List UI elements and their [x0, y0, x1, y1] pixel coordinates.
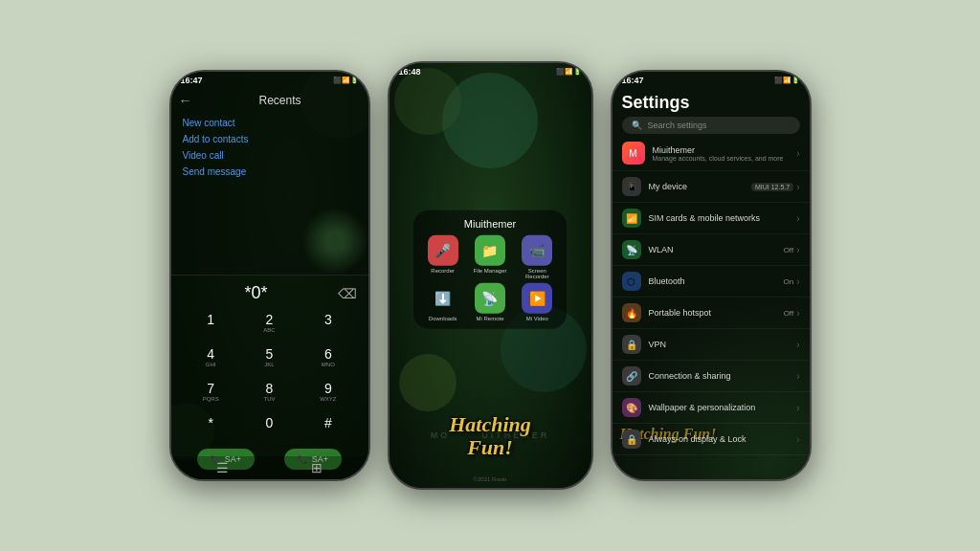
settings-always-on[interactable]: 🔒 Always-on display & Lock ›	[612, 424, 810, 455]
miuithemer-icon: M	[622, 142, 645, 165]
search-icon: 🔍	[632, 121, 642, 130]
time-left: 16:47	[181, 76, 203, 85]
wallpaper-icon: 🎨	[622, 398, 641, 417]
dial-star[interactable]: *	[183, 410, 239, 443]
dialpad-grid: 1 2ABC 3 4GHI 5JKL 6MNO 7PQRS 8TUV 9WXYZ…	[175, 307, 365, 443]
settings-title: Settings	[612, 89, 810, 115]
dial-input: *0*	[183, 283, 330, 303]
chevron-wlan-icon: ›	[796, 245, 799, 255]
back-arrow-icon[interactable]: ←	[179, 93, 192, 108]
hotspot-icon: 🔥	[622, 303, 641, 322]
settings-content: 16:47 ⬛📶🔋 Settings 🔍 Search settings M M…	[612, 72, 810, 455]
my-device-icon: 📱	[622, 177, 641, 196]
chevron-bluetooth-icon: ›	[796, 276, 799, 287]
chevron-sim-icon: ›	[796, 213, 799, 224]
nav-phone-icon[interactable]: ⊞	[311, 460, 323, 475]
miuithemer-item[interactable]: M Miuithemer Manage accounts, cloud serv…	[612, 136, 810, 171]
chevron-hotspot-icon: ›	[796, 308, 799, 319]
settings-vpn[interactable]: 🔒 VPN ›	[612, 329, 810, 361]
hatching-text: Hatching Fun!	[449, 413, 531, 459]
status-icons-right: ⬛📶🔋	[774, 77, 800, 84]
delete-icon[interactable]: ⌫	[338, 286, 357, 301]
action-add-contacts[interactable]: Add to contacts	[183, 134, 357, 144]
wlan-status: Off	[784, 246, 794, 254]
chevron-mydevice-icon: ›	[796, 182, 799, 192]
nav-bar-left: ☰ ⊞	[171, 456, 368, 479]
miui-badge: MIUI 12.5.7	[751, 183, 793, 191]
hotspot-status: Off	[784, 309, 794, 318]
status-icons-left: ⬛📶🔋	[333, 77, 359, 84]
chevron-always-on-icon: ›	[796, 434, 799, 445]
nav-menu-icon[interactable]: ☰	[216, 460, 229, 475]
chevron-right-icon: ›	[796, 148, 799, 159]
dial-5[interactable]: 5JKL	[241, 342, 298, 374]
status-bar-left: 16:47 ⬛📶🔋	[171, 72, 368, 89]
dial-2[interactable]: 2ABC	[241, 307, 298, 340]
wlan-icon: 📡	[622, 240, 641, 259]
chevron-wallpaper-icon: ›	[796, 403, 799, 413]
settings-hotspot[interactable]: 🔥 Portable hotspot Off ›	[612, 298, 810, 329]
search-placeholder: Search settings	[648, 121, 707, 130]
phone-left: 16:47 ⬛📶🔋 ← Recents New contact Add to c…	[169, 70, 370, 481]
dial-hash[interactable]: #	[300, 410, 356, 443]
settings-my-device[interactable]: 📱 My device MIUI 12.5.7 ›	[612, 171, 810, 203]
copyright-middle: ©2021 Rovio	[390, 474, 591, 484]
vpn-icon: 🔒	[622, 335, 641, 354]
app-downloads[interactable]: ⬇️ Downloads	[421, 283, 464, 321]
connection-icon: 🔗	[622, 366, 641, 386]
app-recorder[interactable]: 🎤 Recorder	[421, 235, 464, 279]
recents-title: Recents	[200, 94, 361, 107]
search-bar[interactable]: 🔍 Search settings	[622, 117, 800, 134]
status-bar-middle: 16:48 ⬛📶🔋	[390, 63, 591, 80]
chevron-vpn-icon: ›	[796, 340, 799, 350]
settings-wallpaper[interactable]: 🎨 Wallpaper & personalization ›	[612, 392, 810, 424]
dialpad-section: *0* ⌫ 1 2ABC 3 4GHI 5JKL 6MNO 7PQRS 8TUV…	[171, 276, 368, 479]
settings-connection-sharing[interactable]: 🔗 Connection & sharing ›	[612, 361, 810, 392]
app-screen-recorder[interactable]: 📹 Screen Recorder	[516, 235, 559, 279]
phone-right-screen: 16:47 ⬛📶🔋 Settings 🔍 Search settings M M…	[612, 72, 810, 479]
dial-3[interactable]: 3	[300, 307, 356, 340]
back-bar: ← Recents	[171, 89, 368, 112]
status-bar-right: 16:47 ⬛📶🔋	[612, 72, 810, 89]
phone-middle: 16:48 ⬛📶🔋 Miuithemer 🎤 Recorder 📁 File M…	[388, 61, 593, 490]
app-grid: 🎤 Recorder 📁 File Manager 📹 Screen Recor…	[421, 235, 559, 321]
dial-0[interactable]: 0	[241, 410, 298, 443]
miuithemer-name: Miuithemer	[653, 145, 790, 155]
dial-9[interactable]: 9WXYZ	[300, 376, 356, 408]
always-on-icon: 🔒	[622, 430, 641, 449]
time-right: 16:47	[622, 76, 644, 85]
app-mi-remote[interactable]: 📡 Mi Remote	[468, 283, 511, 321]
settings-sim-cards[interactable]: 📶 SIM cards & mobile networks ›	[612, 203, 810, 234]
phones-container: 16:47 ⬛📶🔋 ← Recents New contact Add to c…	[169, 61, 812, 490]
bluetooth-status: On	[783, 277, 793, 286]
recents-section: 16:47 ⬛📶🔋 ← Recents New contact Add to c…	[171, 72, 368, 276]
dial-8[interactable]: 8TUV	[241, 376, 298, 408]
dial-7[interactable]: 7PQRS	[183, 376, 239, 408]
settings-screen: 16:47 ⬛📶🔋 Settings 🔍 Search settings M M…	[612, 72, 810, 479]
folder-title: Miuithemer	[421, 218, 559, 230]
phone-right: 16:47 ⬛📶🔋 Settings 🔍 Search settings M M…	[611, 70, 812, 481]
phone-middle-screen: 16:48 ⬛📶🔋 Miuithemer 🎤 Recorder 📁 File M…	[390, 63, 591, 488]
app-folder: Miuithemer 🎤 Recorder 📁 File Manager 📹 S…	[413, 210, 567, 329]
dial-6[interactable]: 6MNO	[300, 342, 356, 374]
action-new-contact[interactable]: New contact	[183, 118, 357, 128]
action-video-call[interactable]: Video call	[183, 150, 357, 161]
phone-left-screen: 16:47 ⬛📶🔋 ← Recents New contact Add to c…	[171, 72, 368, 479]
hatching-line2: Fun!	[449, 436, 531, 459]
settings-wlan[interactable]: 📡 WLAN Off ›	[612, 234, 810, 266]
dial-1[interactable]: 1	[183, 307, 239, 340]
miuithemer-subtitle: Manage accounts, cloud services, and mor…	[653, 155, 790, 162]
chevron-connection-icon: ›	[796, 371, 799, 382]
bluetooth-icon: ⬡	[622, 272, 641, 291]
app-mi-video[interactable]: ▶️ Mi Video	[516, 283, 559, 321]
settings-bluetooth[interactable]: ⬡ Bluetooth On ›	[612, 266, 810, 298]
dial-4[interactable]: 4GHI	[183, 342, 239, 374]
sim-icon: 📶	[622, 209, 641, 228]
miuithemer-content: Miuithemer Manage accounts, cloud servic…	[653, 145, 790, 162]
dialpad-display: *0* ⌫	[175, 279, 365, 307]
status-icons-middle: ⬛📶🔋	[556, 68, 582, 76]
time-middle: 16:48	[399, 67, 421, 77]
contact-actions: New contact Add to contacts Video call S…	[171, 112, 368, 183]
app-file-manager[interactable]: 📁 File Manager	[468, 235, 511, 279]
action-send-message[interactable]: Send message	[183, 166, 357, 177]
